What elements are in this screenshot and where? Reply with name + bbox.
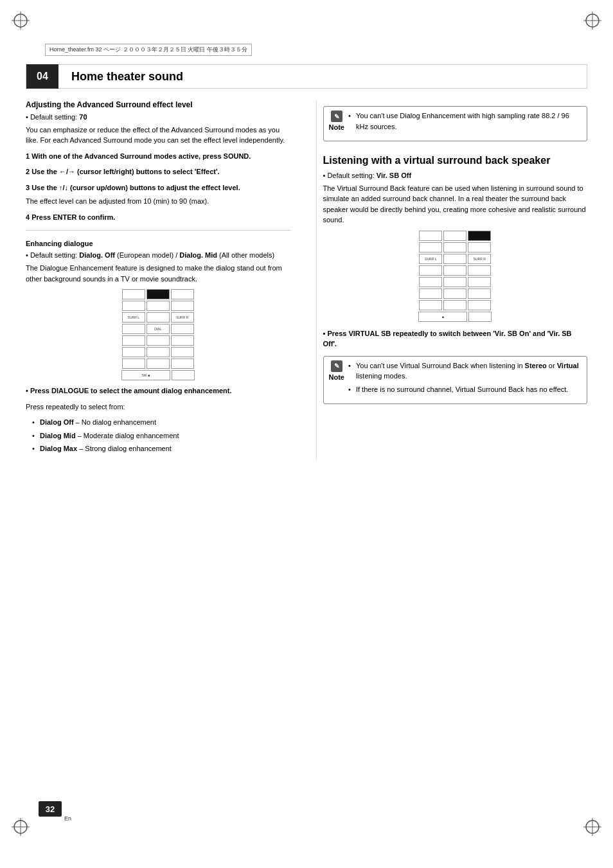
main-content: Adjusting the Advanced Surround effect l… [26, 100, 587, 459]
enhancing-heading: Enhancing dialogue [26, 240, 290, 247]
vs-cell-1 [419, 231, 442, 241]
page-lang: En [64, 815, 71, 822]
vs-cell-18 [468, 288, 491, 299]
vs-cell-12 [468, 265, 491, 276]
listening-heading: Listening with a virtual surround back s… [323, 154, 588, 168]
enhancing-diagram: SURR L SURR R DIAL [116, 289, 200, 380]
enhancing-options-list: Dialog Off – No dialog enhancement Dialo… [26, 417, 290, 454]
vs-cell-7: SURR L [419, 254, 442, 264]
dcell-3 [171, 289, 194, 299]
vs-cell-21 [468, 300, 491, 310]
vs-cell-20 [443, 300, 466, 310]
enhancing-note-item: You can't use Dialog Enhancement with hi… [348, 111, 582, 132]
chapter-number: 04 [26, 64, 58, 89]
listening-default-label: Default setting: [327, 172, 376, 179]
dcell-12 [171, 324, 194, 334]
adjusting-default-value: 70 [79, 113, 87, 121]
enhancing-model1-note: (European model) [117, 251, 173, 259]
vs-cell-14 [443, 277, 466, 287]
vs-cell-6 [468, 242, 491, 252]
listening-intro: The Virtual Surround Back feature can be… [323, 183, 588, 226]
adjusting-step4: 4 Press ENTER to confirm. [26, 212, 290, 223]
dcell-11: DIAL [147, 324, 170, 334]
enhancing-default: • Default setting: Dialog. Off (European… [26, 251, 290, 259]
enhancing-press-span: Press DIALOGUE to select the amount dial… [30, 387, 232, 394]
dcell-bottom-right [172, 370, 195, 380]
dcell-bottom-left: SW ■ [121, 370, 170, 380]
adjusting-step2: 2 Use the ←/→ (cursor left/right) button… [26, 166, 290, 177]
dcell-7: SURR L [122, 312, 145, 323]
reg-mark-bl [12, 818, 30, 836]
note-label-listening: Note [329, 373, 344, 381]
enhancing-default-v1: Dialog. Off [79, 251, 115, 259]
enhancing-default-label: Default setting: [30, 251, 79, 259]
vs-cell-16 [419, 288, 442, 299]
adjusting-step3-detail: The effect level can be adjusted from 10… [26, 196, 290, 207]
dcell-16 [122, 347, 145, 357]
vs-cell-8 [443, 254, 466, 264]
dcell-5 [147, 301, 170, 311]
enhancing-model2-note: (All other models) [219, 251, 274, 259]
option-dialog-max: Dialog Max – Strong dialog enhancement [32, 443, 290, 454]
note-label-enhancing: Note [329, 123, 344, 131]
dcell-13 [122, 335, 145, 346]
vs-cell-11 [443, 265, 466, 276]
enhancing-press-label: • Press DIALOGUE to select the amount di… [26, 385, 290, 396]
vs-cell-15 [468, 277, 491, 287]
adjusting-step1: 1 With one of the Advanced Surround mode… [26, 151, 290, 162]
adjusting-heading: Adjusting the Advanced Surround effect l… [26, 100, 290, 111]
dcell-18 [171, 347, 194, 357]
listening-default-value: Vir. SB Off [377, 172, 411, 179]
listening-default: • Default setting: Vir. SB Off [323, 172, 588, 179]
vs-cell-3 [468, 231, 491, 241]
reg-mark-br [583, 818, 601, 836]
section-adjusting: Adjusting the Advanced Surround effect l… [26, 100, 290, 222]
right-column: ✎ Note You can't use Dialog Enhancement … [316, 100, 588, 459]
note-icon-listening: ✎ [331, 360, 342, 372]
vs-cell-sw: ■ [418, 312, 467, 322]
dcell-21 [171, 359, 194, 369]
adjusting-step3: 3 Use the ↑/↓ (cursor up/down) buttons t… [26, 182, 290, 193]
vs-cell-10 [419, 265, 442, 276]
dcell-17 [147, 347, 170, 357]
enhancing-press-detail: Press repeatedly to select from: [26, 402, 290, 412]
vs-cell-17 [443, 288, 466, 299]
dcell-19 [122, 359, 145, 369]
vs-cell-9: SURR R [468, 254, 491, 264]
left-column: Adjusting the Advanced Surround effect l… [26, 100, 297, 459]
enhancing-intro: The Dialogue Enhancement feature is desi… [26, 263, 290, 284]
dcell-8 [147, 312, 170, 323]
section-enhancing: Enhancing dialogue • Default setting: Di… [26, 240, 290, 454]
dcell-6 [171, 301, 194, 311]
listening-note-box: ✎ Note You can't use Virtual Surround Ba… [323, 356, 588, 405]
vs-cell-4 [419, 242, 442, 252]
page-number: 32 [39, 801, 62, 817]
file-info-text: Home_theater.fm 32 ページ ２０００３年２月２５日 火曜日 午… [49, 46, 247, 53]
chapter-header: 04 Home theater sound [26, 64, 587, 89]
vs-cell-5 [443, 242, 466, 252]
dcell-10 [122, 324, 145, 334]
listening-diagram: SURR L SURR R [407, 231, 503, 322]
note-icon-enhancing: ✎ [331, 111, 342, 122]
option-dialog-mid: Dialog Mid – Moderate dialog enhancement [32, 430, 290, 441]
dcell-1 [122, 289, 145, 299]
note-content-listening: You can't use Virtual Surround Back when… [348, 360, 582, 400]
dcell-4 [122, 301, 145, 311]
listening-note-2: If there is no surround channel, Virtual… [348, 384, 582, 395]
file-info-bar: Home_theater.fm 32 ページ ２０００３年２月２５日 火曜日 午… [45, 44, 252, 56]
note-content-enhancing: You can't use Dialog Enhancement with hi… [348, 111, 582, 137]
enhancing-default-v2: Dialog. Mid [179, 251, 217, 259]
listening-note-1: You can't use Virtual Surround Back when… [348, 360, 582, 382]
listening-press-span: Press VIRTUAL SB repeatedly to switch be… [323, 330, 572, 348]
dcell-2 [147, 289, 170, 299]
enhancing-sep: / [173, 251, 179, 259]
listening-press-label: • Press VIRTUAL SB repeatedly to switch … [323, 328, 588, 350]
adjusting-default-label: Default setting: [30, 113, 79, 121]
dcell-15 [171, 335, 194, 346]
adjusting-default: • Default setting: 70 [26, 113, 290, 121]
divider-1 [26, 230, 290, 231]
reg-mark-tl [12, 12, 30, 30]
reg-mark-tr [583, 12, 601, 30]
vs-cell-19 [419, 300, 442, 310]
vs-cell-last [468, 312, 492, 322]
